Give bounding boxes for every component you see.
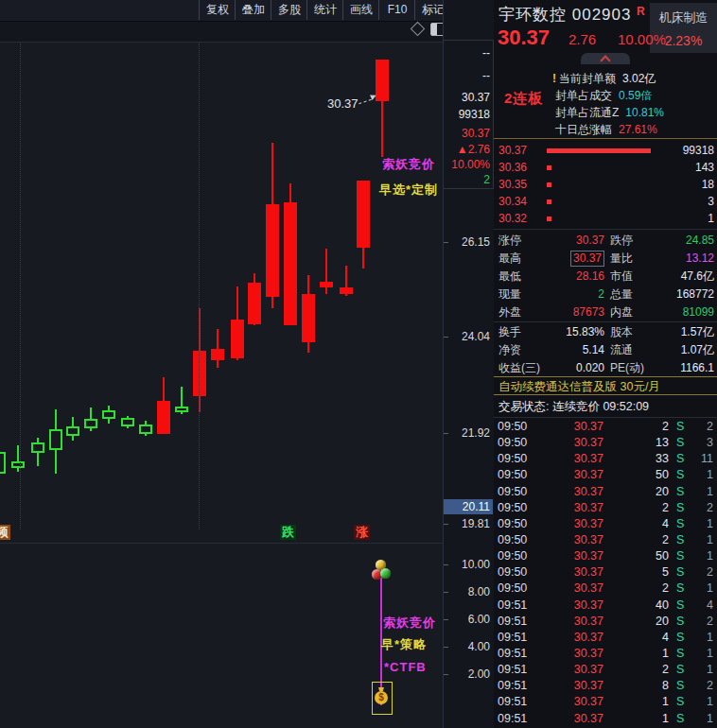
stat-value: 1166.1	[680, 359, 714, 377]
axis-label-2.00: 2.00	[468, 667, 490, 681]
trade-time: 09:51	[498, 678, 527, 694]
candlestick-chart[interactable]: 30.37 索妖竞价早选*定制频跌涨	[0, 42, 443, 543]
stat-value: 15.83%	[566, 323, 604, 341]
axis-tick	[444, 592, 448, 593]
toolbar-button-复权[interactable]: 复权	[199, 0, 236, 20]
stock-name-code[interactable]: 宇环数控 002903	[498, 4, 631, 26]
stats-row: 换手15.83%股本1.57亿	[494, 323, 717, 341]
trade-volume: 2	[617, 500, 669, 516]
trade-count: 1	[683, 467, 713, 483]
limit-info-row: 十日总涨幅27.61%	[552, 121, 717, 138]
axis-tick	[444, 674, 448, 675]
candle-up	[193, 351, 206, 396]
stat-value: 81099	[683, 303, 714, 321]
trade-row: 09:5030.372S1	[494, 581, 717, 597]
candle-up	[320, 282, 333, 287]
trade-volume: 2	[617, 662, 669, 678]
candle-down	[49, 429, 62, 450]
collapse-button[interactable]	[581, 53, 630, 64]
stat-value: 1.57亿	[681, 323, 714, 341]
bid-price: 30.34	[498, 193, 527, 210]
trade-price: 30.37	[551, 532, 603, 548]
tick-trade-list[interactable]: 09:5030.372S209:5030.3713S309:5030.3733S…	[494, 419, 717, 728]
trade-count: 1	[683, 548, 713, 564]
axis-tick	[444, 647, 448, 648]
trade-count: 11	[683, 451, 713, 467]
limit-info-label: 当前封单额	[559, 72, 616, 85]
diamond-marker-icon[interactable]	[411, 22, 426, 37]
trade-count: 1	[683, 694, 713, 710]
trade-count: 1	[683, 581, 713, 597]
trade-time: 09:50	[498, 581, 527, 597]
order-book-row: 30.36143	[494, 159, 717, 176]
bid-price: 30.32	[498, 210, 527, 227]
limit-info-row: 封单占成交0.59倍	[552, 87, 717, 104]
trade-row: 09:5030.375S2	[494, 564, 717, 581]
trade-count: 2	[683, 678, 713, 694]
trade-time: 09:50	[498, 548, 527, 564]
info-value: 30.37	[462, 91, 490, 104]
stat-value: 87673	[573, 303, 604, 321]
axis-tick	[444, 524, 448, 525]
trading-terminal: 复权叠加多股统计画线F10标记+自选返回 30.37 索妖竞价早选*定制频跌涨 …	[0, 0, 717, 728]
limit-info-value: 10.81%	[625, 106, 664, 119]
trade-time: 09:50	[498, 467, 527, 483]
info-value: 99318	[459, 108, 490, 121]
quote-panel: 宇环数控 002903 R 机床制造 2.23% 30.37 2.76 10.0…	[494, 0, 717, 728]
industry-name: 机床制造	[650, 9, 717, 26]
axis-tick	[444, 337, 448, 338]
stats-row: 现量2总量168772	[494, 286, 717, 303]
peak-arrow	[358, 99, 372, 104]
trade-row: 09:5030.3713S3	[494, 435, 717, 451]
trade-price: 30.37	[551, 467, 603, 483]
trade-count: 2	[683, 564, 713, 581]
candle-up	[357, 181, 370, 248]
trade-row: 09:5030.372S1	[494, 532, 717, 548]
view-icons	[412, 23, 445, 38]
candle-down	[175, 407, 188, 412]
order-book-row: 30.3518	[494, 176, 717, 193]
quote-info-box: ----30.379931830.37▲2.7610.00%2	[444, 40, 494, 189]
toolbar-button-叠加[interactable]: 叠加	[235, 0, 271, 20]
candle-down	[139, 425, 152, 434]
signal-tag-频: 频	[0, 525, 10, 540]
candle-down	[31, 442, 44, 453]
stats-row: 涨停30.37跌停24.85	[494, 232, 717, 250]
trade-row: 09:5030.3720S1	[494, 484, 717, 500]
margin-badge: R	[637, 5, 645, 18]
trade-row: 09:5130.371S1	[494, 646, 717, 662]
toolbar-button-统计[interactable]: 统计	[306, 0, 343, 20]
candle-up	[211, 349, 224, 360]
stats-bottom: 换手15.83%股本1.57亿净资5.14流通1.07亿收益(三)0.020PE…	[494, 323, 717, 377]
chevron-up-icon	[600, 55, 610, 65]
annotation-早*策略: 早*策略	[381, 636, 427, 653]
annotation-索妖竞价: 索妖竞价	[382, 156, 435, 173]
annotation-早选*定制: 早选*定制	[379, 182, 438, 199]
bid-volume-bar	[547, 182, 551, 187]
axis-label-10.00: 10.00	[462, 558, 490, 571]
trade-time: 09:50	[498, 419, 527, 435]
bid-volume: 3	[708, 193, 714, 210]
axis-tick	[444, 564, 448, 565]
subscription-notice[interactable]: 自动续费通达信普及版 30元/月	[494, 376, 717, 395]
trade-volume: 2	[617, 419, 669, 435]
trade-row: 09:5030.3750S1	[494, 548, 717, 564]
annotation-索妖竞价: 索妖竞价	[383, 615, 436, 632]
axis-label-24.04: 24.04	[462, 330, 490, 343]
trade-time: 09:51	[498, 711, 527, 727]
trade-price: 30.37	[551, 484, 603, 500]
limit-info-label: 十日总涨幅	[555, 123, 612, 136]
indicator-subchart[interactable]: $ 索妖竞价早*策略*CTFB	[0, 543, 443, 728]
toolbar-button-画线[interactable]: 画线	[342, 0, 379, 20]
trade-price: 30.37	[551, 435, 603, 451]
trade-volume: 1	[617, 711, 669, 727]
toolbar-button-多股[interactable]: 多股	[271, 0, 307, 20]
toolbar-button-F10[interactable]: F10	[378, 0, 415, 20]
price-change-percent: 10.00%	[618, 31, 666, 47]
trade-volume: 1	[617, 646, 669, 662]
stat-label: PE(动)	[610, 359, 644, 377]
candle-up	[157, 401, 170, 434]
bid-volume-bar	[547, 165, 551, 170]
trade-volume: 8	[617, 678, 669, 694]
info-value: 10.00%	[451, 158, 490, 171]
